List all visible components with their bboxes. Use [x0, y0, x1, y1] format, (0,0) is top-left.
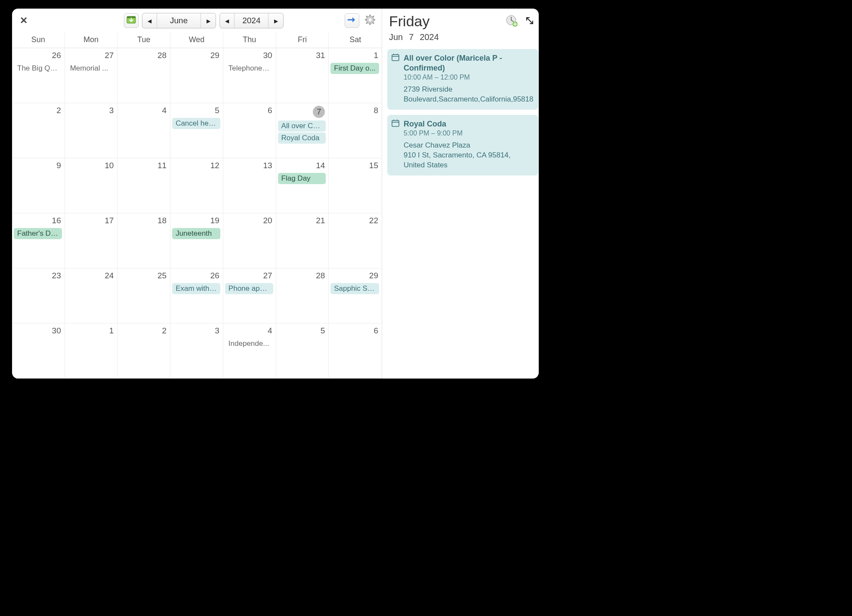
chevron-left-icon	[225, 17, 229, 24]
event-chip[interactable]: Flag Day	[278, 173, 326, 184]
goto-today-button[interactable]	[345, 13, 359, 28]
event-chip[interactable]: Juneteenth	[172, 228, 220, 239]
event-chip[interactable]: The Big Qu...	[14, 63, 62, 74]
day-number: 10	[67, 160, 115, 172]
day-cell[interactable]: 29	[170, 48, 223, 103]
day-cell[interactable]: 2	[117, 323, 170, 379]
agenda-item-title: All over Color (Maricela P - Confirmed)	[404, 53, 533, 73]
day-number: 5	[278, 325, 326, 337]
day-cell[interactable]: 28	[276, 268, 329, 323]
event-chip[interactable]: Telephone ...	[225, 63, 273, 74]
day-panel-date-month: Jun	[389, 32, 403, 42]
day-cell[interactable]: 24	[65, 268, 118, 323]
event-chip[interactable]: Memorial ...	[67, 63, 115, 74]
day-cell[interactable]: 18	[117, 213, 170, 268]
day-cell[interactable]: 9	[12, 158, 65, 213]
agenda-item[interactable]: Royal Coda5:00 PM – 9:00 PMCesar Chavez …	[387, 115, 538, 176]
day-cell[interactable]: 31	[276, 48, 329, 103]
day-number: 25	[119, 270, 167, 282]
day-cell[interactable]: 14Flag Day	[276, 158, 329, 213]
day-cell[interactable]: 6	[223, 103, 276, 158]
day-cell[interactable]: 8	[329, 103, 382, 158]
event-chip[interactable]: All over Col...	[278, 120, 326, 132]
agenda-item-title: Royal Coda	[404, 119, 533, 129]
svg-line-11	[366, 22, 367, 24]
settings-button[interactable]	[363, 13, 377, 28]
day-cell[interactable]: 21	[276, 213, 329, 268]
day-cell[interactable]: 4	[117, 103, 170, 158]
day-cell[interactable]: 1First Day o...	[329, 48, 382, 103]
day-cell[interactable]: 22	[329, 213, 382, 268]
day-cell[interactable]: 13	[223, 158, 276, 213]
selected-day-indicator: 7	[313, 106, 325, 118]
day-cell[interactable]: 26The Big Qu...	[12, 48, 65, 103]
calendar-icon	[392, 53, 399, 63]
day-cell[interactable]: 1	[65, 323, 118, 379]
day-cell[interactable]: 25	[117, 268, 170, 323]
event-chip[interactable]: Cancel hell...	[172, 118, 220, 129]
close-button[interactable]: ✕	[16, 13, 31, 28]
add-event-button[interactable]	[505, 15, 519, 28]
day-cell[interactable]: 16Father's Day	[12, 213, 65, 268]
day-number: 12	[172, 160, 220, 172]
event-chip[interactable]: Independe...	[225, 338, 273, 349]
expand-button[interactable]	[523, 15, 537, 28]
day-cell[interactable]: 4Independe...	[223, 323, 276, 379]
day-cell[interactable]: 11	[117, 158, 170, 213]
next-year-button[interactable]	[269, 13, 283, 28]
day-cell[interactable]: 26Exam with ...	[170, 268, 223, 323]
day-number: 11	[119, 160, 167, 172]
day-cell[interactable]: 2	[12, 103, 65, 158]
day-cell[interactable]: 3	[170, 323, 223, 379]
day-cell[interactable]: 3	[65, 103, 118, 158]
event-chip[interactable]: First Day o...	[330, 63, 379, 74]
dow-label: Mon	[65, 33, 118, 48]
agenda-item-location: Cesar Chavez Plaza 910 I St, Sacramento,…	[404, 141, 533, 170]
day-cell[interactable]: 23	[12, 268, 65, 323]
prev-month-button[interactable]	[142, 13, 157, 28]
day-number: 6	[330, 325, 379, 337]
day-cell[interactable]: 10	[65, 158, 118, 213]
month-grid: 26The Big Qu...27Memorial ...282930Telep…	[12, 48, 382, 379]
year-label[interactable]: 2024	[235, 13, 269, 28]
day-number: 2	[14, 105, 62, 117]
day-cell[interactable]: 30Telephone ...	[223, 48, 276, 103]
day-cell[interactable]: 5Cancel hell...	[170, 103, 223, 158]
day-number: 2	[119, 325, 167, 337]
day-number: 19	[172, 215, 220, 227]
import-calendar-button[interactable]	[124, 13, 139, 28]
day-cell[interactable]: 7All over Col...Royal Coda	[276, 103, 329, 158]
day-cell[interactable]: 15	[329, 158, 382, 213]
event-chip[interactable]: Phone app...	[225, 283, 273, 294]
agenda-list: All over Color (Maricela P - Confirmed)1…	[387, 46, 538, 379]
calendar-window: ✕ June 2024	[12, 9, 539, 379]
event-chip[interactable]: Exam with ...	[172, 283, 220, 294]
dow-label: Sun	[12, 33, 65, 48]
event-chip[interactable]: Royal Coda	[278, 132, 326, 144]
prev-year-button[interactable]	[220, 13, 235, 28]
next-month-button[interactable]	[201, 13, 216, 28]
day-cell[interactable]: 6	[329, 323, 382, 379]
day-cell[interactable]: 30	[12, 323, 65, 379]
day-cell[interactable]: 20	[223, 213, 276, 268]
agenda-item[interactable]: All over Color (Maricela P - Confirmed)1…	[387, 49, 538, 110]
day-cell[interactable]: 29Sapphic Sa...	[329, 268, 382, 323]
dow-label: Wed	[170, 33, 223, 48]
day-cell[interactable]: 27Memorial ...	[65, 48, 118, 103]
gear-icon	[364, 14, 376, 27]
day-cell[interactable]: 27Phone app...	[223, 268, 276, 323]
dow-label: Thu	[223, 33, 276, 48]
toolbar: ✕ June 2024	[12, 9, 382, 33]
day-cell[interactable]: 5	[276, 323, 329, 379]
day-cell[interactable]: 17	[65, 213, 118, 268]
day-cell[interactable]: 28	[117, 48, 170, 103]
event-chip[interactable]: Father's Day	[14, 228, 62, 239]
expand-icon	[525, 16, 534, 27]
day-cell[interactable]: 12	[170, 158, 223, 213]
event-chip[interactable]: Sapphic Sa...	[330, 283, 379, 294]
month-label[interactable]: June	[157, 13, 201, 28]
day-number: 5	[172, 105, 220, 117]
day-number: 31	[278, 50, 326, 62]
day-number: 4	[119, 105, 167, 117]
day-cell[interactable]: 19Juneteenth	[170, 213, 223, 268]
